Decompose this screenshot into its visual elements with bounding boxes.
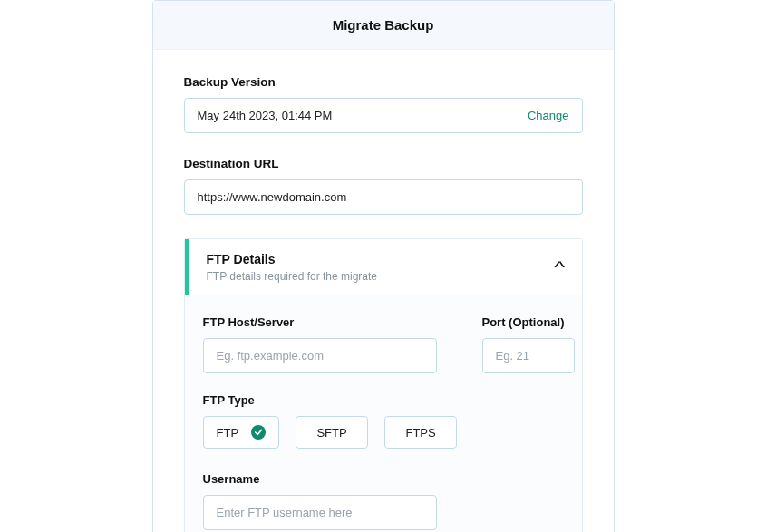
host-port-row: FTP Host/Server Port (Optional) bbox=[203, 315, 564, 373]
ftp-port-input[interactable] bbox=[482, 338, 575, 373]
ftp-host-label: FTP Host/Server bbox=[203, 315, 437, 329]
ftp-details-panel: FTP Details FTP details required for the… bbox=[184, 238, 583, 532]
ftp-type-option-sftp[interactable]: SFTP bbox=[296, 416, 368, 449]
ftp-username-group: Username bbox=[203, 472, 564, 530]
backup-version-label: Backup Version bbox=[184, 75, 583, 89]
ftp-details-header[interactable]: FTP Details FTP details required for the… bbox=[185, 239, 582, 295]
chevron-up-icon: ^ bbox=[554, 258, 565, 277]
backup-version-value: May 24th 2023, 01:44 PM bbox=[198, 109, 333, 122]
ftp-type-label: FTP Type bbox=[203, 393, 564, 407]
backup-version-group: Backup Version May 24th 2023, 01:44 PM C… bbox=[184, 75, 583, 133]
migrate-backup-modal: Migrate Backup Backup Version May 24th 2… bbox=[152, 0, 615, 532]
modal-header: Migrate Backup bbox=[153, 1, 614, 50]
ftp-type-options: FTP SFTP FTPS bbox=[203, 416, 564, 449]
destination-url-input[interactable] bbox=[184, 179, 583, 215]
modal-content: Backup Version May 24th 2023, 01:44 PM C… bbox=[153, 50, 614, 532]
ftp-details-title: FTP Details bbox=[207, 252, 378, 266]
backup-version-row: May 24th 2023, 01:44 PM Change bbox=[184, 98, 583, 133]
ftp-details-body: FTP Host/Server Port (Optional) FTP Type… bbox=[185, 295, 582, 532]
destination-url-group: Destination URL bbox=[184, 157, 583, 215]
check-icon bbox=[251, 425, 266, 440]
ftp-host-group: FTP Host/Server bbox=[203, 315, 437, 373]
ftp-type-group: FTP Type FTP SFTP FTPS bbox=[203, 393, 564, 449]
destination-url-label: Destination URL bbox=[184, 157, 583, 170]
ftp-type-option-ftp-label: FTP bbox=[217, 426, 239, 440]
ftp-header-text: FTP Details FTP details required for the… bbox=[207, 252, 378, 283]
ftp-port-group: Port (Optional) bbox=[482, 315, 575, 373]
ftp-username-label: Username bbox=[203, 472, 564, 486]
modal-title: Migrate Backup bbox=[153, 17, 614, 33]
ftp-username-input[interactable] bbox=[203, 495, 437, 530]
change-backup-link[interactable]: Change bbox=[528, 109, 569, 122]
ftp-type-option-sftp-label: SFTP bbox=[316, 426, 346, 440]
ftp-host-input[interactable] bbox=[203, 338, 437, 373]
ftp-details-subtitle: FTP details required for the migrate bbox=[207, 270, 378, 283]
ftp-port-label: Port (Optional) bbox=[482, 315, 575, 329]
ftp-type-option-ftps[interactable]: FTPS bbox=[384, 416, 457, 449]
ftp-type-option-ftps-label: FTPS bbox=[405, 426, 435, 440]
ftp-type-option-ftp[interactable]: FTP bbox=[203, 416, 280, 449]
